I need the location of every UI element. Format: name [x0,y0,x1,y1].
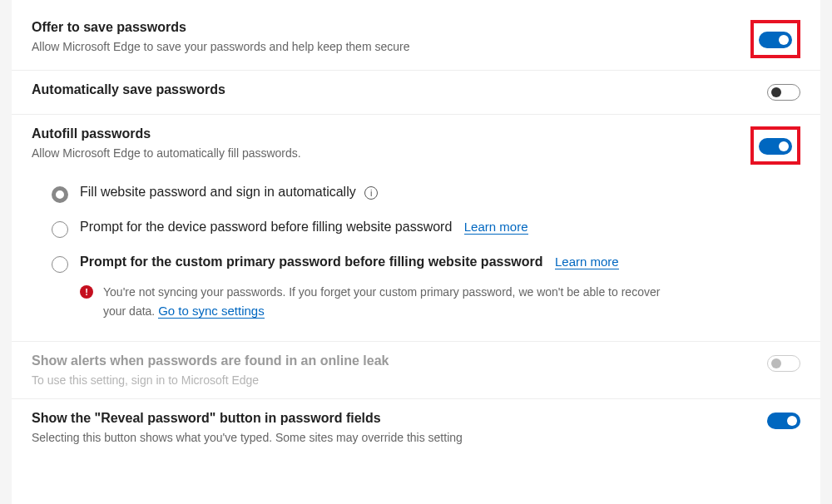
toggle-knob [779,141,789,151]
alerts-desc: To use this setting, sign in to Microsof… [32,373,767,387]
radio-icon [52,186,68,203]
toggle-knob [771,358,781,368]
password-settings-panel: Offer to save passwords Allow Microsoft … [12,0,820,504]
toggle-knob [787,416,797,426]
row-text: Automatically save passwords [32,82,767,102]
highlight-box [750,20,800,58]
row-text: Autofill passwords Allow Microsoft Edge … [32,126,750,160]
learn-more-link[interactable]: Learn more [555,254,619,269]
toggle-offer-save[interactable] [759,32,792,48]
row-text: Show alerts when passwords are found in … [32,353,767,387]
warning-icon: ! [80,285,93,299]
reveal-title: Show the "Reveal password" button in pas… [32,411,767,426]
option-custom-primary-password[interactable]: Prompt for the custom primary password b… [32,246,800,329]
auto-save-title: Automatically save passwords [32,82,767,97]
learn-more-link[interactable]: Learn more [464,220,528,235]
option-label-wrap: Prompt for the device password before fi… [80,220,528,235]
reveal-desc: Selecting this button shows what you've … [32,431,767,444]
warning-text: You're not syncing your passwords. If yo… [103,283,669,321]
toggle-reveal-password[interactable] [767,413,800,429]
offer-desc: Allow Microsoft Edge to save your passwo… [32,40,750,53]
radio-icon [52,221,68,238]
row-offer-save-passwords: Offer to save passwords Allow Microsoft … [12,8,820,71]
autofill-desc: Allow Microsoft Edge to automatically fi… [32,146,750,160]
option-label: Fill website password and sign in automa… [80,185,356,199]
offer-title: Offer to save passwords [32,20,750,35]
toggle-autofill[interactable] [759,138,792,155]
row-auto-save-passwords: Automatically save passwords [12,71,820,115]
sync-settings-link[interactable]: Go to sync settings [158,304,265,319]
alerts-title: Show alerts when passwords are found in … [32,353,767,368]
option-label: Prompt for the custom primary password b… [80,254,543,269]
autofill-title: Autofill passwords [32,126,750,141]
toggle-auto-save[interactable] [767,84,800,101]
highlight-box [750,126,800,165]
row-reveal-password: Show the "Reveal password" button in pas… [12,399,820,456]
warning-row: ! You're not syncing your passwords. If … [80,276,669,321]
info-icon[interactable]: i [364,186,378,200]
autofill-options: Fill website password and sign in automa… [12,176,820,342]
option-device-password[interactable]: Prompt for the device password before fi… [32,211,800,246]
option-fill-auto[interactable]: Fill website password and sign in automa… [32,176,800,211]
radio-icon [52,256,68,273]
toggle-knob [771,87,781,97]
option-label-wrap: Prompt for the custom primary password b… [80,254,669,321]
toggle-knob [779,35,789,45]
option-label: Prompt for the device password before fi… [80,220,452,234]
row-text: Show the "Reveal password" button in pas… [32,411,767,444]
row-text: Offer to save passwords Allow Microsoft … [32,20,750,53]
option-label-wrap: Fill website password and sign in automa… [80,185,378,200]
row-autofill-passwords: Autofill passwords Allow Microsoft Edge … [12,115,820,176]
toggle-leak-alerts [767,355,800,372]
row-leak-alerts: Show alerts when passwords are found in … [12,342,820,399]
